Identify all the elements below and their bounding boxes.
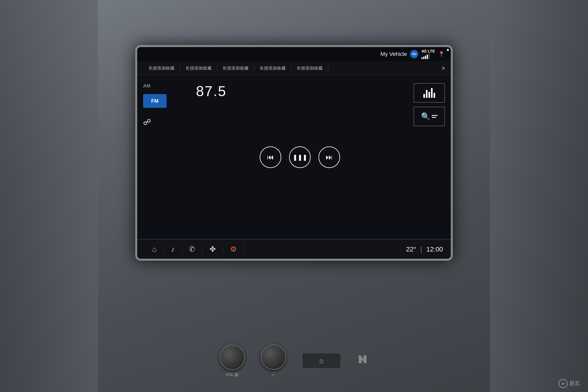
bookmark-item-1[interactable]: 长按添加收藏 — [143, 65, 180, 71]
watermark-circle: e — [558, 379, 568, 388]
signal-bars — [422, 54, 430, 59]
play-pause-button[interactable]: ❚❚❚ — [289, 146, 311, 168]
nfc-icon — [357, 354, 368, 368]
eq-bar-4 — [431, 88, 432, 98]
nav-home-button[interactable]: ⌂ — [145, 245, 164, 254]
eq-bar-5 — [434, 93, 435, 98]
right-panel: 🔍 — [408, 75, 451, 239]
nav-settings-button[interactable]: ⚙ — [223, 245, 244, 254]
eq-bar-3 — [428, 92, 430, 98]
bookmark-item-3[interactable]: 长按添加收藏 — [217, 65, 254, 71]
nav-datetime-display: 22° | 12:00 — [406, 246, 443, 253]
right-dashboard-panel — [490, 0, 588, 392]
eq-bar-1 — [423, 94, 425, 98]
settings-nav-icon: ⚙ — [230, 245, 237, 254]
nav-phone-button[interactable]: ✆ — [182, 245, 202, 254]
bookmark-item-2[interactable]: 长按添加收藏 — [180, 65, 217, 71]
eq-bars — [423, 88, 435, 98]
location-icon: 📍 — [438, 51, 445, 58]
onstar-badge[interactable]: On — [410, 50, 418, 58]
signal-bar-1 — [422, 58, 422, 59]
divider-label: | — [420, 246, 422, 253]
status-bar: My Vehicle On 4G LTE 📍 — [137, 47, 451, 61]
select-knob-container: ✓ — [261, 344, 286, 377]
nav-navigation-button[interactable]: ✤ — [202, 245, 223, 254]
temperature-label: 22° — [406, 246, 416, 253]
search-stations-button[interactable]: 🔍 — [414, 106, 445, 126]
am-label[interactable]: AM — [143, 83, 150, 88]
bookmark-item-4[interactable]: 长按添加收藏 — [254, 65, 291, 71]
fast-forward-button[interactable]: ⏭ — [318, 146, 340, 168]
search-lines — [432, 115, 438, 118]
signal-bar-3 — [425, 56, 426, 59]
physical-controls: VOL ⏻ ✓ ⌂ — [157, 341, 431, 380]
home-physical-button[interactable]: ⌂ — [302, 353, 341, 368]
bookmark-next-icon[interactable]: > — [442, 65, 445, 71]
time-label: 12:00 — [426, 246, 443, 253]
check-label: ✓ — [272, 372, 275, 377]
search-line-2 — [432, 117, 436, 118]
signal-bar-5 — [428, 54, 430, 59]
center-panel: 87.5 ⏮ ❚❚❚ ⏭ — [192, 75, 408, 239]
my-vehicle-label: My Vehicle — [380, 51, 407, 57]
nav-nav-icon: ✤ — [210, 245, 216, 254]
rewind-button[interactable]: ⏮ — [260, 146, 281, 168]
left-dashboard-panel — [0, 0, 98, 392]
watermark-circle-label: e — [562, 381, 564, 386]
forward-icon: ⏭ — [326, 153, 333, 161]
dot-indicator — [447, 49, 449, 51]
eq-bar-2 — [426, 90, 428, 98]
bookmarks-bar: 长按添加收藏 长按添加收藏 长按添加收藏 长按添加收藏 长按添加收藏 > — [137, 61, 451, 75]
search-icon: 🔍 — [421, 112, 430, 121]
signal-bar-4 — [427, 55, 428, 59]
play-icon: ❚❚❚ — [293, 154, 307, 161]
bluetooth-icon[interactable]: ☍ — [143, 118, 151, 126]
screen-display: My Vehicle On 4G LTE 📍 长按添加收藏 长按添加收藏 长按添… — [137, 47, 451, 259]
infotainment-screen: My Vehicle On 4G LTE 📍 长按添加收藏 长按添加收藏 长按添… — [135, 45, 453, 261]
playback-controls: ⏮ ❚❚❚ ⏭ — [260, 146, 340, 168]
left-panel: AM FM ☍ — [137, 75, 192, 239]
signal-bar-2 — [423, 57, 424, 59]
volume-knob-container: VOL ⏻ — [220, 344, 245, 377]
home-nav-icon: ⌂ — [152, 245, 156, 254]
watermark-text: 易车 — [569, 380, 580, 387]
nav-music-button[interactable]: ♪ — [164, 245, 182, 254]
select-knob[interactable] — [261, 344, 286, 370]
bookmark-item-5[interactable]: 长按添加收藏 — [291, 65, 328, 71]
network-type-label: 4G LTE — [422, 49, 435, 53]
search-line-1 — [432, 115, 438, 116]
home-physical-icon: ⌂ — [319, 356, 324, 365]
rewind-icon: ⏮ — [267, 153, 274, 161]
onstar-label: On — [412, 52, 416, 56]
music-nav-icon: ♪ — [171, 245, 175, 254]
bottom-nav: ⌂ ♪ ✆ ✤ ⚙ 22° | 12:00 — [137, 239, 451, 259]
volume-knob[interactable] — [220, 344, 245, 370]
frequency-display: 87.5 — [196, 83, 226, 99]
main-content-area: AM FM ☍ 87.5 ⏮ ❚❚❚ ⏭ — [137, 75, 451, 239]
fm-button[interactable]: FM — [143, 94, 166, 108]
volume-label: VOL ⏻ — [226, 372, 239, 377]
lte-indicator: 4G LTE — [422, 49, 435, 59]
watermark: e 易车 — [558, 379, 580, 388]
equalizer-button[interactable] — [414, 83, 445, 103]
phone-nav-icon: ✆ — [189, 245, 195, 254]
